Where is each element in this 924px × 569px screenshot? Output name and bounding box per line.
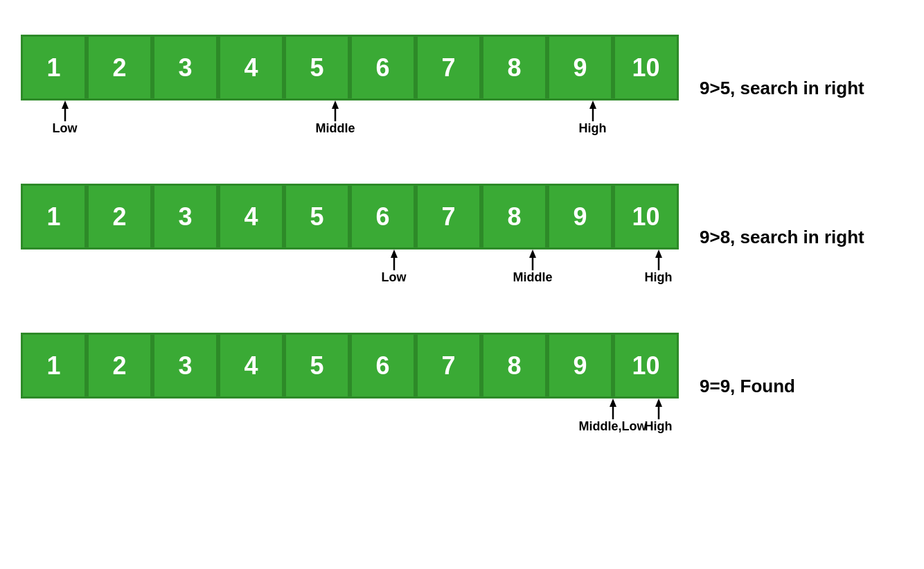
cell-step3-idx0: 1 xyxy=(21,333,87,399)
cell-step3-idx6: 7 xyxy=(416,333,481,399)
cell-step1-idx2: 3 xyxy=(152,35,218,100)
step-label-3: 9=9, Found xyxy=(700,376,795,397)
cell-step2-idx4: 5 xyxy=(284,184,350,250)
pointer-Low-step1: Low xyxy=(53,100,78,136)
pointer-label: Middle,Low xyxy=(579,419,647,434)
cell-step2-idx2: 3 xyxy=(152,184,218,250)
cell-step1-idx4: 5 xyxy=(284,35,350,100)
cell-step2-idx3: 4 xyxy=(218,184,284,250)
cell-step3-idx3: 4 xyxy=(218,333,284,399)
arrow-up-icon xyxy=(58,100,72,121)
cell-step2-idx1: 2 xyxy=(87,184,152,250)
svg-marker-9 xyxy=(529,250,536,258)
pointer-label: High xyxy=(579,121,607,136)
array-section-1: 12345678910LowMiddleHigh xyxy=(21,35,679,142)
cell-step2-idx8: 9 xyxy=(547,184,613,250)
svg-marker-3 xyxy=(332,100,339,109)
search-step-2: 12345678910LowMiddleHigh9>8, search in r… xyxy=(21,184,903,291)
search-step-3: 12345678910Middle,LowHigh9=9, Found xyxy=(21,333,903,440)
pointer-Middle-step1: Middle xyxy=(316,100,355,136)
cell-step2-idx9: 10 xyxy=(613,184,679,250)
cell-step2-idx5: 6 xyxy=(350,184,416,250)
pointer-label: Middle xyxy=(513,270,553,285)
svg-marker-11 xyxy=(655,250,662,258)
cell-step2-idx0: 1 xyxy=(21,184,87,250)
cell-step1-idx3: 4 xyxy=(218,35,284,100)
arrow-up-icon xyxy=(606,399,620,419)
pointer-label: Low xyxy=(382,270,407,285)
pointer-label: High xyxy=(645,270,673,285)
pointer-High-step1: High xyxy=(579,100,607,136)
svg-marker-13 xyxy=(610,399,616,407)
arrow-up-icon xyxy=(328,100,342,121)
array-section-3: 12345678910Middle,LowHigh xyxy=(21,333,679,440)
cell-step2-idx7: 8 xyxy=(481,184,547,250)
pointer-label: Middle xyxy=(316,121,355,136)
cell-step3-idx2: 3 xyxy=(152,333,218,399)
pointer-High-step2: High xyxy=(645,250,673,285)
step-label-1: 9>5, search in right xyxy=(700,78,864,99)
array-section-2: 12345678910LowMiddleHigh xyxy=(21,184,679,291)
pointer-label: Low xyxy=(53,121,78,136)
arrow-up-icon xyxy=(526,250,540,270)
cell-step3-idx1: 2 xyxy=(87,333,152,399)
pointer-label: High xyxy=(645,419,673,434)
cell-step2-idx6: 7 xyxy=(416,184,481,250)
cell-step3-idx4: 5 xyxy=(284,333,350,399)
svg-marker-15 xyxy=(655,399,662,407)
arrow-up-icon xyxy=(652,250,666,270)
cell-step1-idx7: 8 xyxy=(481,35,547,100)
cell-step1-idx6: 7 xyxy=(416,35,481,100)
arrow-up-icon xyxy=(652,399,666,419)
pointer-High-step3: High xyxy=(645,399,673,434)
cell-step1-idx1: 2 xyxy=(87,35,152,100)
search-step-1: 12345678910LowMiddleHigh9>5, search in r… xyxy=(21,35,903,142)
step-label-2: 9>8, search in right xyxy=(700,227,864,248)
pointer-Low-step2: Low xyxy=(382,250,407,285)
cell-step3-idx9: 10 xyxy=(613,333,679,399)
cell-step1-idx0: 1 xyxy=(21,35,87,100)
cell-step1-idx9: 10 xyxy=(613,35,679,100)
svg-marker-5 xyxy=(589,100,596,109)
svg-marker-7 xyxy=(391,250,398,258)
pointer-Middle-Low-step3: Middle,Low xyxy=(579,399,647,434)
pointer-Middle-step2: Middle xyxy=(513,250,553,285)
cell-step3-idx5: 6 xyxy=(350,333,416,399)
arrow-up-icon xyxy=(586,100,600,121)
cell-step1-idx5: 6 xyxy=(350,35,416,100)
cell-step3-idx8: 9 xyxy=(547,333,613,399)
cell-step1-idx8: 9 xyxy=(547,35,613,100)
arrow-up-icon xyxy=(387,250,401,270)
cell-step3-idx7: 8 xyxy=(481,333,547,399)
svg-marker-1 xyxy=(62,100,69,109)
